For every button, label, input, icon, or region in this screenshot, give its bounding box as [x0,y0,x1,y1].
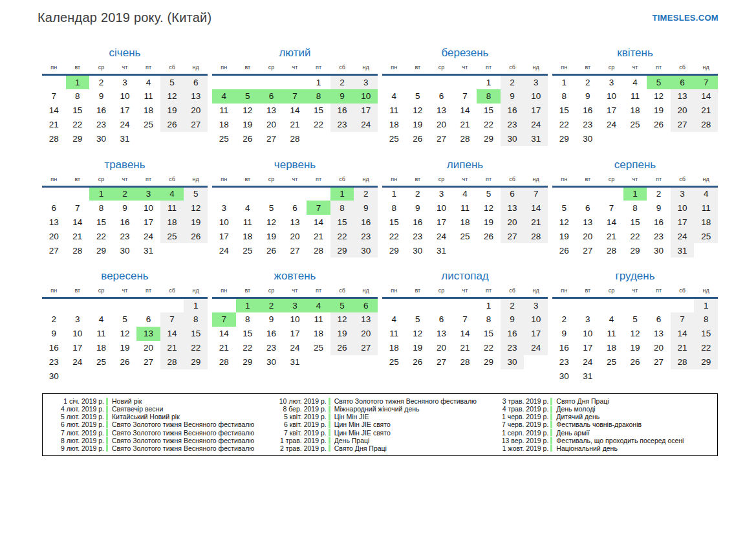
day-cell: 24 [136,229,160,243]
day-cell: 16 [354,215,378,229]
holiday-marker-icon [550,444,552,452]
weekday-header-ср: ср [259,285,283,298]
day-cell: 1 [66,75,90,89]
empty-cell [429,298,453,312]
day-cell: 12 [184,201,208,215]
day-cell: 19 [623,341,647,355]
day-cell: 15 [694,327,718,341]
empty-cell [66,186,90,201]
day-cell: 8 [236,312,260,327]
day-cell: 3 [113,75,137,89]
day-cell: 19 [552,229,576,243]
holiday-marker-icon [106,398,108,405]
day-cell: 28 [453,355,477,369]
day-cell: 13 [354,312,378,327]
day-cell: 27 [42,243,66,257]
day-cell: 19 [113,341,137,355]
day-cell: 16 [552,341,576,355]
weekday-header-сб: сб [501,285,524,298]
weekday-header-пн: пн [552,174,576,187]
day-cell: 31 [283,355,307,369]
day-cell: 30 [259,355,283,369]
weekday-header-нд: нд [184,174,208,187]
day-cell: 9 [501,312,524,327]
empty-cell [576,298,600,312]
month-block-січень: січеньпнвтсрчтптсбнд12345678910111213141… [42,45,208,146]
day-cell: 18 [136,104,160,118]
months-grid: січеньпнвтсрчтптсбнд12345678910111213141… [42,45,718,384]
day-cell: 23 [113,229,137,243]
legend-holiday-name: Цин Мін JIE свято [334,429,491,437]
weekday-header-сб: сб [501,62,524,75]
legend-date: 10 лют. 2019 р. [269,397,329,405]
day-cell: 23 [552,355,576,369]
day-cell: 24 [671,229,695,243]
day-cell: 23 [647,229,671,243]
weekday-header-ср: ср [259,174,283,187]
month-table: пнвтсрчтптсбнд12345678910111213141516171… [552,285,718,384]
day-cell: 4 [236,201,260,215]
day-cell: 7 [599,201,623,215]
weekday-header-ср: ср [599,62,623,75]
legend-date: 4 лют. 2019 р. [47,405,106,413]
weekday-header-пн: пн [212,285,236,298]
day-cell: 4 [136,75,160,89]
weekday-header-пт: пт [477,174,501,187]
day-cell: 24 [66,355,90,369]
day-cell: 17 [136,215,160,229]
legend-date: 8 лют. 2019 р. [47,437,106,444]
weekday-header-пн: пн [212,174,236,187]
day-cell: 7 [42,89,66,104]
day-cell: 29 [552,132,576,146]
empty-cell [406,75,430,89]
day-cell: 7 [671,312,695,327]
day-cell: 12 [477,201,501,215]
day-cell: 27 [259,132,283,146]
empty-cell [524,355,548,369]
day-cell: 6 [354,298,378,312]
day-cell: 25 [212,132,236,146]
day-cell: 2 [406,186,430,201]
weekday-header-пн: пн [552,285,576,298]
empty-cell [647,369,671,384]
holiday-marker-icon [329,437,330,444]
day-cell: 4 [89,312,113,327]
month-title: травень [42,157,208,174]
legend-date: 6 квіт. 2019 р. [269,420,329,428]
day-cell: 11 [236,215,260,229]
month-block-лютий: лютийпнвтсрчтптсбнд123456789101112131415… [212,45,378,146]
weekday-header-вт: вт [576,174,600,187]
empty-cell [89,298,113,312]
day-cell: 7 [66,201,90,215]
day-cell: 31 [671,243,695,257]
day-cell: 15 [184,327,208,341]
day-cell: 3 [283,298,307,312]
day-cell: 5 [259,201,283,215]
day-cell: 14 [42,104,66,118]
day-cell: 9 [42,327,66,341]
day-cell: 6 [671,75,695,89]
empty-cell [136,298,160,312]
weekday-header-пт: пт [647,62,671,75]
weekday-header-вт: вт [236,62,260,75]
weekday-header-вт: вт [236,174,260,187]
day-cell: 28 [599,243,623,257]
weekday-header-пт: пт [136,174,160,187]
day-cell: 22 [694,341,718,355]
weekday-header-чт: чт [623,285,647,298]
day-cell: 19 [406,341,430,355]
day-cell: 1 [477,298,501,312]
weekday-header-нд: нд [694,174,718,187]
day-cell: 5 [477,186,501,201]
day-cell: 1 [236,298,260,312]
day-cell: 22 [89,229,113,243]
weekday-header-сб: сб [330,174,354,187]
empty-cell [42,75,66,89]
legend-entry: 1 серп. 2019 р.День армії [491,429,713,437]
day-cell: 19 [647,104,671,118]
site-link[interactable]: TIMESLES.COM [652,13,718,23]
legend-entry: 4 лют. 2019 р.Святвечір весни [47,405,269,413]
day-cell: 19 [259,229,283,243]
day-cell: 22 [552,118,576,132]
weekday-header-нд: нд [184,285,208,298]
